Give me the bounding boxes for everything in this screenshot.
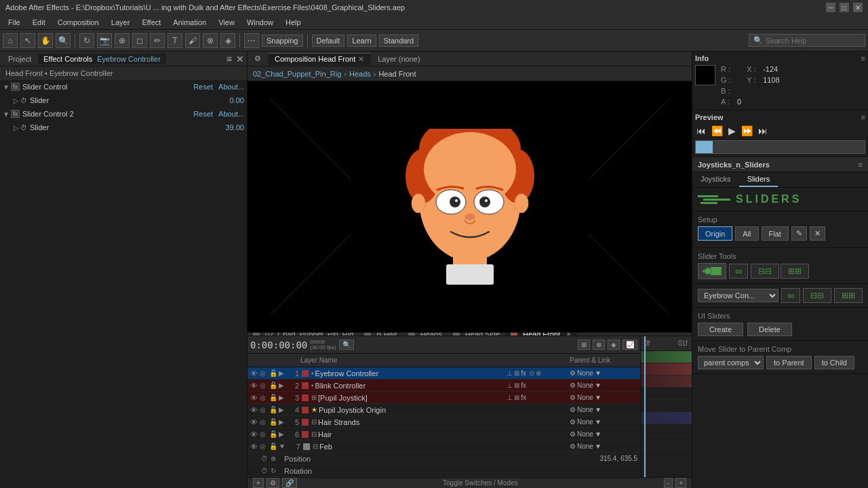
layer-row-4[interactable]: 👁 ◎ 🔓 ▶ 4 ★ Pupil Joystick Origin ⚙ None…: [248, 404, 640, 416]
layer-row-6[interactable]: 👁 ◎ 🔓 ▶ 6 ⊟ Hair ⚙ None ▼: [248, 428, 640, 441]
default-workspace[interactable]: Default: [312, 35, 345, 47]
tl-settings-btn[interactable]: ⚙: [267, 478, 279, 488]
layer-1-parent-chevron[interactable]: ▼: [595, 369, 601, 377]
info-menu[interactable]: ≡: [861, 54, 865, 62]
position-stopwatch[interactable]: ⏱: [261, 455, 268, 462]
layer-6-parent-link[interactable]: ⚙: [570, 430, 576, 438]
menu-animation[interactable]: Animation: [167, 17, 212, 28]
layer-2-solo[interactable]: ◎: [260, 382, 269, 389]
layer-1-collapse[interactable]: ⊠: [514, 369, 519, 377]
menu-view[interactable]: View: [213, 17, 240, 28]
layer-2-eye[interactable]: 👁: [250, 382, 260, 390]
layer-1-parent-link[interactable]: ⚙: [570, 369, 576, 377]
layer-6-lock[interactable]: 🔓: [269, 430, 279, 438]
breadcrumb-rig[interactable]: 02_Chad_Puppet_Pin_Rig: [253, 70, 341, 78]
tl-link-btn[interactable]: 🔗: [282, 478, 297, 488]
rotation-stopwatch[interactable]: ⏱: [261, 467, 268, 474]
layer-6-parent-chevron[interactable]: ▼: [595, 430, 601, 438]
zoom-tool[interactable]: 🔍: [56, 33, 71, 48]
text-tool[interactable]: T: [167, 33, 182, 48]
slider-icon-btn[interactable]: [698, 263, 726, 279]
tl-search-btn[interactable]: 🔍: [339, 340, 354, 350]
puppet-tool[interactable]: ◈: [220, 33, 235, 48]
parent-comps-select[interactable]: parent comps: [698, 356, 764, 369]
layer-7-parent-link[interactable]: ⚙: [570, 443, 576, 450]
toggle-switches-label[interactable]: Toggle Switches / Modes: [443, 479, 518, 487]
jns-tab-sliders[interactable]: Sliders: [739, 172, 778, 187]
layer-row-7[interactable]: 👁 ◎ 🔓 ▼ 7 ⊟ Feb ⚙ None ▼: [248, 441, 640, 453]
jns-menu[interactable]: ≡: [859, 161, 863, 169]
sc1-slider-expand[interactable]: ▷: [14, 97, 19, 104]
comp-tab-close[interactable]: ✕: [358, 55, 364, 64]
layer-6-expand[interactable]: ▶: [279, 430, 284, 438]
layer-7-solo[interactable]: ◎: [260, 443, 269, 450]
layer-2-lock[interactable]: 🔓: [269, 382, 279, 389]
pair-btn-1[interactable]: ⊟⊟: [751, 264, 779, 279]
flat-btn[interactable]: Flat: [762, 226, 789, 241]
layer-7-expand[interactable]: ▼: [279, 443, 285, 450]
layer-row-3[interactable]: 👁 ◎ 🔓 ▶ 3 ⊞ [Pupil Joystick] ⊥ ⊠ fx ⚙: [248, 392, 640, 404]
learn-workspace[interactable]: Learn: [347, 35, 376, 47]
close-button[interactable]: ✕: [853, 3, 863, 12]
breadcrumb-heads[interactable]: Heads: [349, 70, 371, 78]
layer-5-lock[interactable]: 🔓: [269, 418, 279, 426]
tl-zoom-out[interactable]: -: [664, 478, 673, 488]
tab-effect-controls[interactable]: Effect Controls Eyebrow Controller: [38, 54, 166, 64]
to-child-btn[interactable]: to Child: [814, 356, 854, 369]
delete-btn[interactable]: Delete: [747, 323, 792, 336]
pen-tool[interactable]: ✏: [150, 33, 165, 48]
eyebrow-link-btn[interactable]: ∞: [781, 288, 800, 303]
tl-graph-editor[interactable]: 📈: [623, 340, 637, 350]
comp-tab-head-front[interactable]: Composition Head Front ✕: [268, 53, 371, 65]
layer-5-parent-link[interactable]: ⚙: [570, 418, 576, 426]
create-btn[interactable]: Create: [698, 323, 743, 336]
layer-3-eye[interactable]: 👁: [250, 394, 260, 402]
sc1-value[interactable]: 0.00: [217, 96, 244, 104]
sc1-reset[interactable]: Reset: [193, 83, 213, 91]
menu-file[interactable]: File: [3, 17, 26, 28]
pan-tool[interactable]: ⊕: [115, 33, 130, 48]
layer-3-parent-chevron[interactable]: ▼: [595, 394, 601, 401]
panel-menu-btn[interactable]: ≡: [226, 54, 232, 64]
all-btn[interactable]: All: [735, 226, 758, 241]
layer-3-expand[interactable]: ▶: [279, 394, 284, 401]
menu-help[interactable]: Help: [280, 17, 307, 28]
eyebrow-dropdown[interactable]: Eyebrow Con...: [698, 289, 778, 302]
search-box[interactable]: 🔍: [749, 34, 865, 47]
sc2-about[interactable]: About...: [218, 110, 244, 118]
layer-3-parent-link[interactable]: ⚙: [570, 394, 576, 401]
tab-project[interactable]: Project: [3, 54, 37, 64]
preview-menu[interactable]: ≡: [861, 113, 865, 121]
stamp-tool[interactable]: ⊗: [203, 33, 218, 48]
preview-bar[interactable]: [695, 140, 865, 154]
layer-2-collapse[interactable]: ⊠: [514, 382, 519, 389]
layer-1-lock[interactable]: 🔓: [269, 369, 279, 377]
layer-5-parent-chevron[interactable]: ▼: [595, 418, 601, 426]
comp-tab-project[interactable]: ⚙: [248, 53, 268, 64]
tl-frame-blend[interactable]: ◈: [608, 340, 620, 350]
tl-timecode[interactable]: 0:00:00:00: [250, 340, 307, 350]
layer-4-solo[interactable]: ◎: [260, 406, 269, 413]
origin-btn[interactable]: Origin: [698, 226, 732, 241]
prev-play-btn[interactable]: ▶: [727, 124, 737, 138]
layer-3-solo[interactable]: ◎: [260, 394, 269, 401]
layer-4-expand[interactable]: ▶: [279, 406, 284, 413]
menu-edit[interactable]: Edit: [27, 17, 51, 28]
layer-7-eye[interactable]: 👁: [250, 443, 260, 451]
layer-3-lock[interactable]: 🔓: [269, 394, 279, 401]
select-tool[interactable]: ↖: [20, 33, 35, 48]
camera-tool[interactable]: 📷: [97, 33, 112, 48]
sc2-expand[interactable]: ▼: [3, 110, 9, 118]
prev-first-btn[interactable]: ⏮: [695, 124, 707, 138]
layer-5-expand[interactable]: ▶: [279, 418, 284, 426]
layer-4-parent-chevron[interactable]: ▼: [595, 406, 601, 413]
snap-btn[interactable]: ⋯: [244, 33, 259, 48]
layer-4-eye[interactable]: 👁: [250, 406, 260, 414]
layer-6-eye[interactable]: 👁: [250, 430, 260, 439]
panel-close-btn[interactable]: ✕: [236, 54, 244, 64]
layer-5-eye[interactable]: 👁: [250, 418, 260, 426]
layer-row-1[interactable]: 👁 ◎ 🔓 ▶ 1 ▪ Eyebrow Controller ⊥ ⊠ fx ⊙: [248, 367, 640, 380]
layer-1-sw1[interactable]: ⊙: [529, 369, 534, 377]
sc1-about[interactable]: About...: [218, 83, 244, 91]
layer-2-fx[interactable]: fx: [521, 382, 526, 389]
